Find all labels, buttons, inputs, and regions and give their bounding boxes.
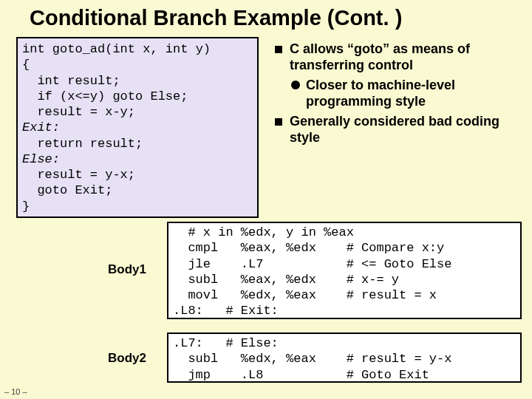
note-subtext: Closer to machine-level programming styl… (306, 78, 519, 109)
note-item: C allows “goto” as means of transferring… (275, 41, 519, 73)
body1-label: Body1 (108, 262, 146, 277)
notes-list: C allows “goto” as means of transferring… (275, 41, 519, 151)
dot-bullet-icon (291, 81, 300, 89)
slide-title: Conditional Branch Example (Cont. ) (0, 0, 532, 33)
square-bullet-icon (275, 46, 282, 53)
c-code-block: int goto_ad(int x, int y) { int result; … (16, 37, 259, 218)
page-number: – 10 – (4, 387, 27, 396)
asm-block-2: .L7: # Else: subl %edx, %eax # result = … (167, 332, 522, 383)
square-bullet-icon (275, 118, 282, 126)
note-item: Generally considered bad coding style (275, 114, 519, 146)
note-subitem: Closer to machine-level programming styl… (291, 78, 519, 109)
body2-label: Body2 (108, 351, 146, 366)
note-text: C allows “goto” as means of transferring… (290, 41, 519, 73)
asm-block-1: # x in %edx, y in %eax cmpl %eax, %edx #… (167, 222, 522, 319)
note-text: Generally considered bad coding style (290, 114, 519, 146)
